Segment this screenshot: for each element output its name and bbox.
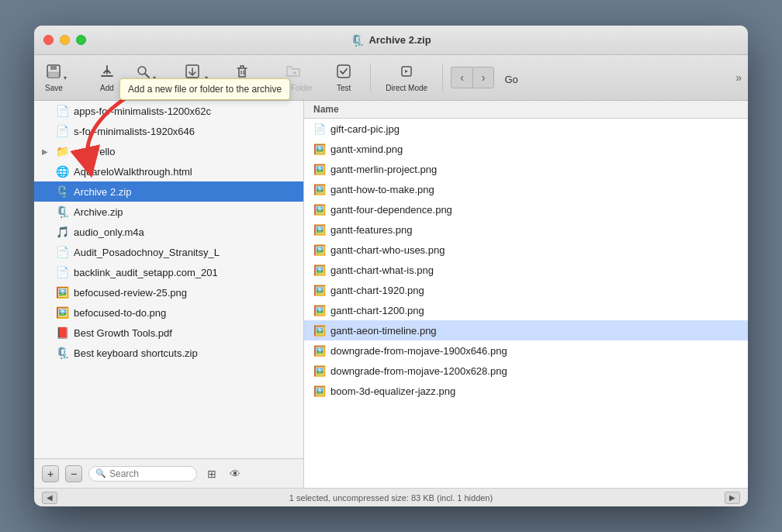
archive-item[interactable]: 🖼️ gantt-chart-who-uses.png xyxy=(304,240,748,260)
scroll-right-button[interactable]: ▶ xyxy=(725,492,740,504)
tooltip: Add a new file or folder to the archive xyxy=(119,78,290,100)
file-list: 📄 apps-for-minimalists-1200x62c 📄 s-for-… xyxy=(34,101,303,458)
file-icon: 📄 xyxy=(56,105,69,117)
file-icon: 📄 xyxy=(313,123,326,135)
file-icon: 🖼️ xyxy=(313,204,326,216)
file-icon: 🖼️ xyxy=(313,345,326,357)
direct-mode-button[interactable]: Direct Mode xyxy=(375,60,438,95)
traffic-lights xyxy=(43,35,86,45)
remove-item-icon: − xyxy=(71,468,77,480)
maximize-button[interactable] xyxy=(76,35,86,45)
file-icon: 🖼️ xyxy=(56,306,69,319)
status-text: 1 selected, uncompressed size: 83 KB (in… xyxy=(57,493,725,503)
file-name: befocused-review-25.png xyxy=(74,287,296,299)
list-item[interactable]: 📄 backlink_audit_setapp.com_201 xyxy=(34,262,303,282)
remove-item-button[interactable]: − xyxy=(65,465,82,482)
list-item[interactable]: 📕 Best Growth Tools.pdf xyxy=(34,323,303,343)
tooltip-text: Add a new file or folder to the archive xyxy=(128,84,282,95)
file-icon: 🗜️ xyxy=(56,185,69,198)
list-item[interactable]: 📄 Audit_Posadochnoy_Stranitsy_L xyxy=(34,242,303,262)
file-icon: 🖼️ xyxy=(313,365,326,377)
expand-icon: » xyxy=(735,71,742,84)
save-icon xyxy=(45,63,62,82)
list-item[interactable]: ▶ 📁 aquarello xyxy=(34,141,303,161)
preview-icon: 👁 xyxy=(230,468,240,480)
file-name: gantt-aeon-timeline.png xyxy=(330,325,437,337)
main-window: 🗜️ Archive 2.zip Save ▾ xyxy=(34,26,748,506)
archive-item[interactable]: 🖼️ gantt-four-dependence.png xyxy=(304,199,748,219)
list-item[interactable]: 📄 s-for-minimalists-1920x646 xyxy=(34,121,303,141)
file-icon: 📄 xyxy=(56,125,69,137)
nav-forward-button[interactable]: › xyxy=(472,67,494,88)
preview-button[interactable]: 👁 xyxy=(227,465,244,482)
add-item-button[interactable]: + xyxy=(42,465,59,482)
archive-item[interactable]: 🖼️ gantt-chart-what-is.png xyxy=(304,260,748,280)
grid-view-button[interactable]: ⊞ xyxy=(203,465,220,482)
list-item[interactable]: 📄 apps-for-minimalists-1200x62c xyxy=(34,101,303,121)
file-name: boom-3d-equalizer-jazz.png xyxy=(330,385,455,397)
list-item[interactable]: 🎵 audio_only.m4a xyxy=(34,222,303,242)
search-box[interactable]: 🔍 xyxy=(88,466,197,482)
test-icon xyxy=(335,63,352,82)
window-title: 🗜️ Archive 2.zip xyxy=(351,34,431,47)
minimize-button[interactable] xyxy=(60,35,70,45)
nav-back-button[interactable]: ‹ xyxy=(451,67,472,88)
file-name: Best keyboard shortcuts.zip xyxy=(74,347,296,359)
close-button[interactable] xyxy=(43,35,54,45)
content-area: 📄 apps-for-minimalists-1200x62c 📄 s-for-… xyxy=(34,101,748,488)
save-button[interactable]: Save ▾ xyxy=(40,60,84,95)
file-icon: 🖼️ xyxy=(313,264,326,276)
file-icon: 🖼️ xyxy=(313,305,326,316)
file-name: gantt-merlin-project.png xyxy=(330,164,437,175)
archive-item[interactable]: 🖼️ boom-3d-equalizer-jazz.png xyxy=(304,381,748,401)
list-item[interactable]: 🗜️ Archive 2.zip xyxy=(34,181,303,202)
archive-item[interactable]: 🖼️ gantt-features.png xyxy=(304,219,748,240)
title-icon: 🗜️ xyxy=(351,34,364,47)
search-input[interactable] xyxy=(109,468,190,479)
file-name: apps-for-minimalists-1200x62c xyxy=(74,105,296,117)
left-panel: 📄 apps-for-minimalists-1200x62c 📄 s-for-… xyxy=(34,101,304,488)
svg-rect-10 xyxy=(337,65,350,78)
test-button[interactable]: Test xyxy=(322,60,365,95)
file-name: gift-card-pic.jpg xyxy=(330,123,400,135)
direct-mode-label: Direct Mode xyxy=(386,84,427,92)
title-label: Archive 2.zip xyxy=(369,34,431,46)
archive-item[interactable]: 🖼️ gantt-how-to-make.png xyxy=(304,179,748,199)
archive-item[interactable]: 🖼️ gantt-chart-1920.png xyxy=(304,280,748,300)
save-arrow: ▾ xyxy=(64,74,67,81)
archive-item[interactable]: 🖼️ downgrade-from-mojave-1900x646.png xyxy=(304,340,748,361)
svg-line-4 xyxy=(145,74,149,78)
add-label: Add xyxy=(100,84,114,92)
archive-item[interactable]: 📄 gift-card-pic.jpg xyxy=(304,119,748,139)
file-name: gantt-four-dependence.png xyxy=(330,204,452,216)
save-label: Save xyxy=(45,84,63,92)
archive-item[interactable]: 🖼️ gantt-merlin-project.png xyxy=(304,159,748,179)
file-name: AquareloWalkthrough.html xyxy=(74,166,296,178)
file-name: Archive 2.zip xyxy=(74,186,296,198)
file-name: gantt-chart-1920.png xyxy=(330,285,424,296)
file-icon: 🖼️ xyxy=(313,224,326,236)
archive-item[interactable]: 🖼️ gantt-aeon-timeline.png xyxy=(304,320,748,340)
file-icon: 🎵 xyxy=(56,226,69,238)
list-item[interactable]: 🗜️ Archive.zip xyxy=(34,202,303,222)
go-button[interactable]: Go xyxy=(496,67,527,88)
list-item[interactable]: 🗜️ Best keyboard shortcuts.zip xyxy=(34,343,303,363)
file-icon: 🖼️ xyxy=(56,286,69,299)
scroll-left-button[interactable]: ◀ xyxy=(42,492,57,504)
file-name: gantt-how-to-make.png xyxy=(330,184,434,195)
file-name: gantt-features.png xyxy=(330,224,413,236)
archive-item[interactable]: 🖼️ gantt-xmind.png xyxy=(304,139,748,159)
archive-item[interactable]: 🖼️ gantt-chart-1200.png xyxy=(304,300,748,320)
expand-button[interactable]: » xyxy=(735,71,742,85)
separator-1 xyxy=(370,64,371,92)
file-icon: 📕 xyxy=(56,326,69,339)
list-item[interactable]: 🖼️ befocused-review-25.png xyxy=(34,282,303,302)
list-item[interactable]: 🖼️ befocused-to-do.png xyxy=(34,302,303,323)
add-item-icon: + xyxy=(47,468,54,480)
file-icon: 🌐 xyxy=(56,165,69,178)
archive-item[interactable]: 🖼️ downgrade-from-mojave-1200x628.png xyxy=(304,361,748,381)
file-name: gantt-xmind.png xyxy=(330,143,403,155)
test-label: Test xyxy=(337,84,351,92)
list-item[interactable]: 🌐 AquareloWalkthrough.html xyxy=(34,161,303,181)
add-icon xyxy=(99,63,116,82)
